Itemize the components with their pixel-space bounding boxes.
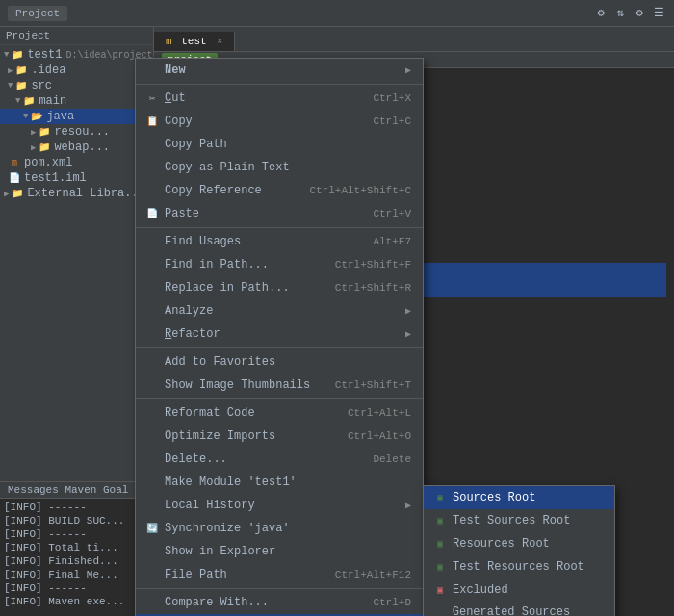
menu-item-compare[interactable]: Compare With... Ctrl+D (136, 591, 423, 614)
find-path-shortcut: Ctrl+Shift+F (335, 259, 411, 270)
settings-icon[interactable]: ⚙ (593, 6, 609, 21)
compare-icon (143, 595, 161, 610)
submenu-excluded[interactable]: ▣ Excluded (424, 578, 614, 602)
menu-item-delete[interactable]: Delete... Delete (136, 448, 423, 471)
show-image-shortcut: Ctrl+Shift+T (335, 379, 411, 391)
tab-test[interactable]: m test × (154, 32, 235, 51)
context-menu: New ▶ ✂ Cut Ctrl+X 📋 Copy Ctrl+C Copy Pa… (135, 58, 424, 616)
menu-item-find-path[interactable]: Find in Path... Ctrl+Shift+F (136, 253, 423, 276)
separator-5 (136, 588, 423, 589)
menu-item-file-path[interactable]: File Path Ctrl+Alt+F12 (136, 563, 423, 586)
tree-item-src[interactable]: ▼ 📁 src (0, 78, 153, 93)
menu-item-analyze[interactable]: Analyze ▶ (136, 299, 423, 322)
submenu-resources-root[interactable]: ▣ Resources Root (424, 532, 614, 555)
menu-item-paste[interactable]: 📄 Paste Ctrl+V (136, 202, 423, 225)
paste-label: Paste (165, 207, 350, 220)
tab-bar: m test × (154, 27, 674, 52)
submenu-test-sources[interactable]: ▣ Test Sources Root (424, 509, 614, 532)
cut-icon: ✂ (143, 90, 161, 106)
replace-label: Replace in Path... (165, 281, 312, 295)
submenu-generated[interactable]: ▣ Generated Sources Root (424, 602, 614, 616)
tree-root[interactable]: ▼ 📁 test1 D:\idea\projects\test1 (0, 47, 153, 63)
menu-item-copy-path[interactable]: Copy Path (136, 133, 423, 156)
idea-arrow: ▶ (8, 65, 13, 76)
menu-item-make-module[interactable]: Make Module 'test1' (136, 471, 423, 494)
generated-icon: ▣ (431, 611, 449, 616)
java-folder-icon: 📂 (30, 110, 43, 123)
log-line-4: [INFO] Finished... (4, 554, 149, 568)
log-line-0: [INFO] ------ (4, 500, 149, 514)
copy-path-icon (143, 137, 161, 152)
tab-close-button[interactable]: × (217, 37, 222, 47)
copy-label: Copy (165, 115, 350, 128)
java-arrow: ▼ (23, 112, 28, 121)
project-dropdown[interactable]: Project (8, 6, 67, 21)
menu-item-show-explorer[interactable]: Show in Explorer (136, 540, 423, 563)
menu-item-replace-path[interactable]: Replace in Path... Ctrl+Shift+R (136, 276, 423, 299)
refactor-icon (143, 326, 161, 342)
menu-item-synchronize[interactable]: 🔄 Synchronize 'java' (136, 517, 423, 540)
excluded-icon: ▣ (431, 582, 449, 598)
resources-root-label: Resources Root (453, 537, 550, 551)
pom-label: pom.xml (24, 156, 72, 169)
log-line-6: [INFO] ------ (4, 581, 149, 595)
submenu-test-resources[interactable]: ▣ Test Resources Root (424, 555, 614, 578)
sync-label: Synchronize 'java' (165, 522, 411, 535)
menu-item-refactor[interactable]: Refactor ▶ (136, 322, 423, 346)
extlib-icon: 📁 (11, 187, 24, 200)
copy-icon: 📋 (143, 114, 161, 129)
tree-item-extlib[interactable]: ▶ 📁 External Libra... (0, 186, 153, 201)
bottom-panel-header: Messages Maven Goal (0, 482, 153, 499)
copy-path-label: Copy Path (165, 138, 411, 151)
menu-item-copy-ref[interactable]: Copy Reference Ctrl+Alt+Shift+C (136, 179, 423, 202)
tree-item-iml[interactable]: 📄 test1.iml (0, 170, 153, 186)
tree-item-pom[interactable]: m pom.xml (0, 155, 153, 170)
excluded-label: Excluded (453, 583, 508, 597)
pom-icon: m (8, 156, 21, 169)
separator-1 (136, 84, 423, 85)
resources-arrow: ▶ (31, 127, 36, 138)
menu-item-copy[interactable]: 📋 Copy Ctrl+C (136, 110, 423, 133)
menu-item-add-favorites[interactable]: Add to Favorites (136, 350, 423, 373)
tree-item-webapp[interactable]: ▶ 📁 webap... (0, 140, 153, 155)
webapp-folder-icon: 📁 (38, 141, 51, 154)
menu-item-local-history[interactable]: Local History ▶ (136, 494, 423, 517)
menu-icon[interactable]: ☰ (651, 6, 666, 21)
submenu-sources-root[interactable]: ▣ Sources Root (424, 486, 614, 509)
menu-item-reformat[interactable]: Reformat Code Ctrl+Alt+L (136, 401, 423, 424)
copy-ref-icon (143, 183, 161, 198)
history-icon (143, 498, 161, 513)
copy-plain-label: Copy as Plain Text (165, 161, 411, 174)
sync-icon[interactable]: ⇅ (612, 6, 628, 21)
menu-item-find-usages[interactable]: Find Usages Alt+F7 (136, 230, 423, 253)
copy-ref-label: Copy Reference (165, 184, 286, 197)
refactor-label: Refactor (165, 327, 398, 341)
menu-item-show-image[interactable]: Show Image Thumbnails Ctrl+Shift+T (136, 373, 423, 397)
test-sources-label: Test Sources Root (453, 514, 570, 527)
show-image-icon (143, 377, 161, 393)
src-label: src (31, 79, 52, 92)
menu-item-cut[interactable]: ✂ Cut Ctrl+X (136, 87, 423, 110)
reformat-label: Reformat Code (165, 406, 324, 420)
optimize-icon (143, 428, 161, 444)
config-icon[interactable]: ⚙ (632, 6, 647, 21)
menu-item-new[interactable]: New ▶ (136, 59, 423, 82)
webapp-arrow: ▶ (31, 142, 36, 153)
menu-item-optimize[interactable]: Optimize Imports Ctrl+Alt+O (136, 424, 423, 448)
copy-plain-icon (143, 160, 161, 175)
tree-item-idea[interactable]: ▶ 📁 .idea (0, 63, 153, 78)
java-label: java (46, 110, 74, 123)
compare-shortcut: Ctrl+D (373, 597, 411, 608)
menu-item-copy-plain[interactable]: Copy as Plain Text (136, 156, 423, 179)
tree-item-java[interactable]: ▼ 📂 java (0, 109, 153, 124)
tree-item-resources[interactable]: ▶ 📁 resou... (0, 124, 153, 140)
test-resources-icon: ▣ (431, 559, 449, 575)
compare-label: Compare With... (165, 596, 350, 609)
tree-item-main[interactable]: ▼ 📁 main (0, 93, 153, 109)
log-line-1: [INFO] BUILD SUC... (4, 514, 149, 527)
analyze-label: Analyze (165, 304, 398, 318)
panel-header: Project (0, 27, 153, 45)
file-path-label: File Path (165, 568, 312, 581)
webapp-label: webap... (54, 141, 110, 154)
show-image-label: Show Image Thumbnails (165, 378, 312, 392)
